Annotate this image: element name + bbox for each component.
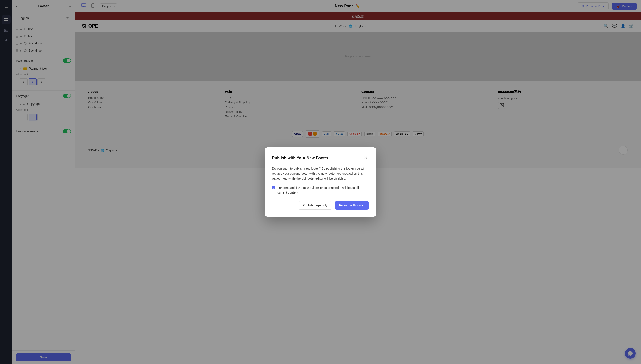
modal-actions: Publish page only Publish with footer [272,201,369,210]
modal-body: Do you want to publish new footer? By pu… [272,166,369,181]
publish-page-only-button[interactable]: Publish page only [298,201,332,210]
understand-checkbox-label[interactable]: I understand if the new builder once ena… [277,186,369,195]
modal-header: Publish with Your New Footer ✕ [272,154,369,162]
modal-close-button[interactable]: ✕ [362,154,369,162]
modal-overlay[interactable]: Publish with Your New Footer ✕ Do you wa… [0,0,641,364]
understand-checkbox[interactable] [272,186,275,190]
modal-checkbox-group: I understand if the new builder once ena… [272,186,369,195]
modal-title: Publish with Your New Footer [272,156,328,160]
publish-with-footer-button[interactable]: Publish with footer [335,201,369,210]
publish-modal: Publish with Your New Footer ✕ Do you wa… [265,147,376,216]
